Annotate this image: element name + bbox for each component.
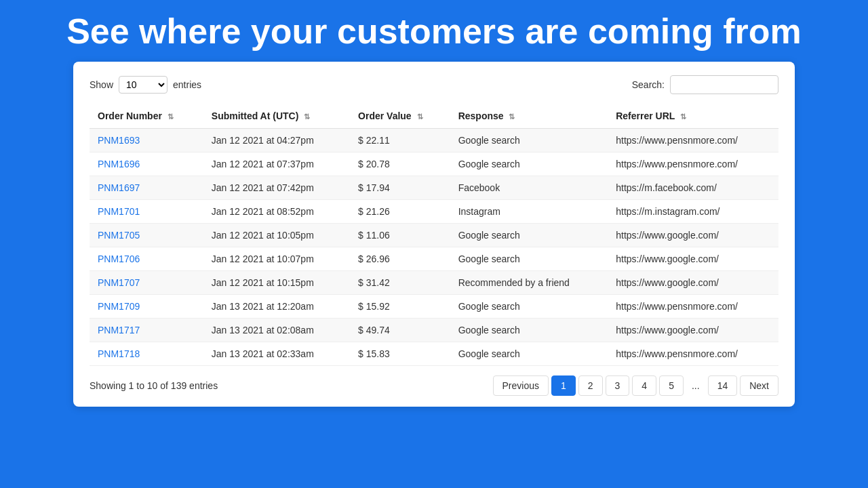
cell-referrer-url: https://www.google.com/ [608,224,778,247]
page-title: See where your customers are coming from [0,0,868,62]
table-row: PNM1697 Jan 12 2021 at 07:42pm $ 17.94 F… [90,176,778,200]
cell-referrer-url: https://www.pensnmore.com/ [608,152,778,176]
table-row: PNM1705 Jan 12 2021 at 10:05pm $ 11.06 G… [90,224,778,247]
cell-referrer-url: https://m.facebook.com/ [608,176,778,200]
cell-response: Google search [450,342,608,366]
cell-response: Google search [450,319,608,342]
cell-referrer-url: https://www.pensnmore.com/ [608,342,778,366]
search-input[interactable] [670,75,778,94]
cell-order-value: $ 22.11 [350,129,450,152]
pagination-page-5[interactable]: 5 [659,375,684,396]
cell-submitted-at: Jan 13 2021 at 12:20am [203,295,350,319]
cell-order-number[interactable]: PNM1693 [90,129,203,152]
cell-order-value: $ 49.74 [350,319,450,342]
cell-submitted-at: Jan 12 2021 at 04:27pm [203,129,350,152]
cell-order-value: $ 20.78 [350,152,450,176]
cell-referrer-url: https://www.google.com/ [608,271,778,295]
pagination-previous[interactable]: Previous [493,375,549,396]
show-label: Show [90,79,113,90]
search-label: Search: [632,79,665,90]
col-submitted-at[interactable]: Submitted At (UTC) ⇅ [203,104,350,129]
main-card: Show 102550100 entries Search: Order Num… [73,62,795,407]
table-body: PNM1693 Jan 12 2021 at 04:27pm $ 22.11 G… [90,129,778,366]
cell-order-value: $ 15.83 [350,342,450,366]
cell-submitted-at: Jan 13 2021 at 02:33am [203,342,350,366]
cell-order-number[interactable]: PNM1705 [90,224,203,247]
cell-order-value: $ 26.96 [350,247,450,271]
cell-order-value: $ 21.26 [350,200,450,224]
pagination: Previous12345...14Next [493,375,779,396]
cell-order-value: $ 17.94 [350,176,450,200]
cell-referrer-url: https://m.instagram.com/ [608,200,778,224]
data-table: Order Number ⇅ Submitted At (UTC) ⇅ Orde… [90,104,778,366]
cell-order-number[interactable]: PNM1706 [90,247,203,271]
sort-icon-submitted-at: ⇅ [304,113,310,121]
cell-referrer-url: https://www.pensnmore.com/ [608,295,778,319]
cell-order-number[interactable]: PNM1701 [90,200,203,224]
cell-order-value: $ 31.42 [350,271,450,295]
cell-response: Google search [450,247,608,271]
table-row: PNM1718 Jan 13 2021 at 02:33am $ 15.83 G… [90,342,778,366]
cell-referrer-url: https://www.pensnmore.com/ [608,129,778,152]
cell-referrer-url: https://www.google.com/ [608,247,778,271]
table-row: PNM1717 Jan 13 2021 at 02:08am $ 49.74 G… [90,319,778,342]
cell-response: Instagram [450,200,608,224]
bottom-controls: Showing 1 to 10 of 139 entries Previous1… [90,375,778,396]
pagination-ellipsis: ... [686,376,705,395]
col-response[interactable]: Response ⇅ [450,104,608,129]
sort-icon-response: ⇅ [509,113,515,121]
pagination-page-14[interactable]: 14 [708,375,738,396]
sort-icon-order-number: ⇅ [167,113,174,121]
entries-select[interactable]: 102550100 [119,76,167,94]
cell-order-number[interactable]: PNM1697 [90,176,203,200]
cell-response: Google search [450,295,608,319]
cell-submitted-at: Jan 12 2021 at 07:37pm [203,152,350,176]
top-controls: Show 102550100 entries Search: [90,75,778,94]
table-row: PNM1709 Jan 13 2021 at 12:20am $ 15.92 G… [90,295,778,319]
pagination-page-1[interactable]: 1 [551,375,576,396]
show-entries-control: Show 102550100 entries [90,76,201,94]
cell-referrer-url: https://www.google.com/ [608,319,778,342]
table-header: Order Number ⇅ Submitted At (UTC) ⇅ Orde… [90,104,778,129]
cell-order-value: $ 15.92 [350,295,450,319]
table-row: PNM1696 Jan 12 2021 at 07:37pm $ 20.78 G… [90,152,778,176]
pagination-next[interactable]: Next [740,375,778,396]
col-referrer-url[interactable]: Referrer URL ⇅ [608,104,778,129]
cell-order-number[interactable]: PNM1717 [90,319,203,342]
pagination-page-2[interactable]: 2 [578,375,603,396]
pagination-page-4[interactable]: 4 [632,375,656,396]
cell-response: Google search [450,129,608,152]
sort-icon-referrer-url: ⇅ [680,113,686,121]
cell-response: Facebook [450,176,608,200]
sort-icon-order-value: ⇅ [417,113,423,121]
col-order-value[interactable]: Order Value ⇅ [350,104,450,129]
cell-response: Recommended by a friend [450,271,608,295]
cell-submitted-at: Jan 12 2021 at 07:42pm [203,176,350,200]
cell-submitted-at: Jan 12 2021 at 08:52pm [203,200,350,224]
cell-order-number[interactable]: PNM1696 [90,152,203,176]
cell-response: Google search [450,224,608,247]
cell-submitted-at: Jan 12 2021 at 10:15pm [203,271,350,295]
cell-order-number[interactable]: PNM1718 [90,342,203,366]
cell-submitted-at: Jan 12 2021 at 10:07pm [203,247,350,271]
table-row: PNM1693 Jan 12 2021 at 04:27pm $ 22.11 G… [90,129,778,152]
table-row: PNM1706 Jan 12 2021 at 10:07pm $ 26.96 G… [90,247,778,271]
pagination-page-3[interactable]: 3 [606,375,630,396]
entries-label: entries [173,79,201,90]
table-row: PNM1707 Jan 12 2021 at 10:15pm $ 31.42 R… [90,271,778,295]
cell-submitted-at: Jan 12 2021 at 10:05pm [203,224,350,247]
table-row: PNM1701 Jan 12 2021 at 08:52pm $ 21.26 I… [90,200,778,224]
cell-response: Google search [450,152,608,176]
showing-text: Showing 1 to 10 of 139 entries [90,380,218,391]
cell-order-number[interactable]: PNM1707 [90,271,203,295]
cell-order-number[interactable]: PNM1709 [90,295,203,319]
search-box: Search: [632,75,778,94]
cell-order-value: $ 11.06 [350,224,450,247]
col-order-number[interactable]: Order Number ⇅ [90,104,203,129]
cell-submitted-at: Jan 13 2021 at 02:08am [203,319,350,342]
